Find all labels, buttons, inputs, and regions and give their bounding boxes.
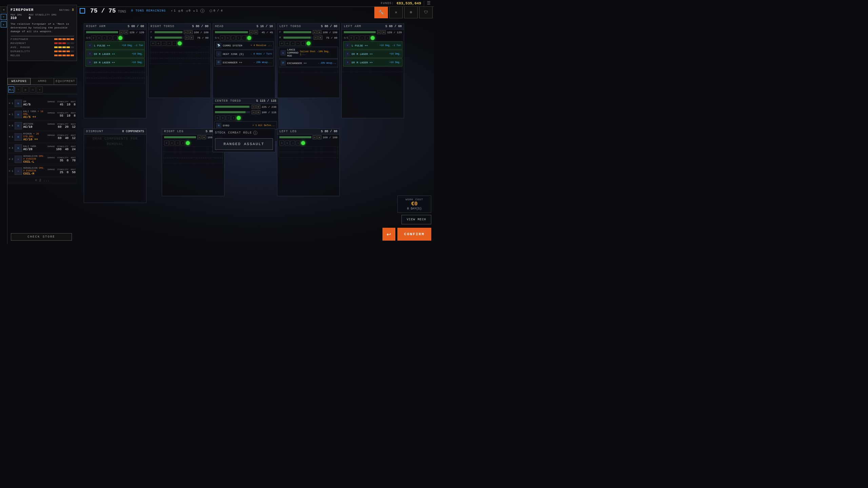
filter-missile[interactable]: ◁ [29, 86, 36, 93]
right-torso-indicator [178, 41, 182, 45]
la-hp-minus[interactable]: − [377, 30, 381, 34]
tool-shield-x-btn[interactable]: ⊗ [404, 6, 418, 18]
info-icon[interactable]: i [200, 9, 204, 13]
support-stat: ✦ 1 [193, 9, 198, 13]
nav-main-btn[interactable]: ✦ [1, 21, 7, 27]
la-hp-plus[interactable]: + [382, 30, 386, 34]
ll-indicator [301, 141, 305, 145]
filter-energy[interactable]: ⚡ [15, 86, 21, 93]
ll-hp-minus[interactable]: − [313, 135, 317, 139]
ct-rear-minus[interactable]: − [252, 110, 256, 114]
head-item-exchanger[interactable]: ⟳ EXCHANGER ++ - 20% Weap... [214, 58, 274, 66]
menu-icon[interactable]: ☰ [427, 1, 431, 6]
ct-front-row: − + 225 / 230 [213, 104, 278, 109]
right-arm-hp-minus[interactable]: − [119, 30, 123, 34]
weapon-icon-coilm: ✦ [15, 167, 22, 175]
weapon-item[interactable]: ≡ 1 ✦ HERAKLEION DMG. X EVASION COIL-M D… [7, 165, 77, 177]
tool-wrench-btn[interactable]: 🔧 [374, 6, 388, 18]
right-arm-item-1[interactable]: ⚡ L PULSE ++ +10 Dmg. -1 Ton [85, 41, 145, 49]
tool-shield-btn[interactable]: 🛡 [419, 6, 433, 18]
weapon-icon-ac5: ◎ [15, 100, 22, 107]
right-torso-rear-row: R − + 75 / 80 [149, 35, 211, 40]
la-hp-bar [344, 31, 376, 33]
right-arm-panel: RIGHT ARM S 60 / 60 − + 120 / 120 3/3 ⚙ … [84, 23, 146, 118]
right-arm-hp-controls: − + [119, 30, 128, 34]
right-arm-item3-icon: ⚡ [87, 60, 93, 65]
right-arm-hp-plus[interactable]: + [124, 30, 128, 34]
weapon-item[interactable]: ≡ 2 ✦ HERAKLEION DMG. X EVASION COIL-L D… [7, 154, 77, 165]
rt-front-plus[interactable]: + [189, 30, 193, 34]
salvage-stat: ⬡ 0 / 4 [210, 9, 222, 13]
drag-drop-area: DRAG COMPONENTS FOR REMOVAL [85, 136, 145, 147]
head-hp-bar [215, 31, 248, 33]
head-indicator [247, 36, 251, 40]
lt-front-plus[interactable]: + [317, 30, 321, 34]
rl-hp-bar [164, 136, 196, 138]
filter-support[interactable]: ✦ [37, 86, 43, 93]
lt-front-minus[interactable]: − [313, 30, 317, 34]
left-arm-panel: LEFT ARM S 60 / 60 − + 120 / 120 3/3 ⚙ ◎… [341, 23, 404, 118]
weapon-icon-ac10pp: ◎ [15, 133, 22, 141]
ranged-assault-btn[interactable]: RANGED ASSAULT [215, 138, 273, 150]
tab-equipment[interactable]: EQUIPMENT [54, 78, 77, 85]
rt-rear-minus[interactable]: − [185, 36, 189, 40]
ll-hp-plus[interactable]: + [317, 135, 321, 139]
toolbar-buttons: 🔧 ✕ ⊗ 🛡 [373, 5, 434, 20]
nav-info-btn[interactable]: ? [1, 14, 7, 20]
weapon-item[interactable]: ≡ 1 ◎ KALI YAMA + 10 DMG. AC/5 ++ DAMAGE… [7, 109, 77, 121]
right-arm-item-3[interactable]: ⚡ ER M LASER ++ +10 Dmg. [85, 58, 145, 66]
confirm-button[interactable]: CONFIRM [397, 228, 431, 241]
view-mech-button[interactable]: VIEW MECH [401, 215, 431, 224]
head-hp-plus[interactable]: + [254, 30, 258, 34]
ct-front-plus[interactable]: + [256, 105, 260, 109]
weapon-item[interactable]: ≡ 8 ◎ WESTERN AC/10 DAMAGE STABILITY HEA… [7, 121, 77, 131]
right-torso-rear-bar [155, 37, 183, 39]
max-stab-label: MAX STABILITY DMG [29, 13, 57, 16]
right-arm-hp-row: − + 120 / 120 [84, 29, 146, 35]
la-indicator [371, 36, 375, 40]
ct-front-minus[interactable]: − [252, 105, 256, 109]
weapon-item[interactable]: ≡ 1 ◎ GM AC/5 DAMAGE STABILITY HEAT 45 1… [7, 98, 77, 109]
weapon-item-more[interactable]: ≡ 2 ... [7, 177, 77, 184]
right-arm-item-2[interactable]: ⚡ ER M LASER ++ +10 Dmg. [85, 50, 145, 58]
dismount-count: 0 COMPONENTS [122, 130, 144, 133]
head-item-comms[interactable]: 📡 COMMS SYSTEM + 4 Resolve ... [214, 41, 274, 49]
head-item-heatsink[interactable]: ♨ HEAT SINK (D) - 6 Heat / Turn [214, 50, 274, 58]
left-nav: ◀ ? ✦ [0, 5, 7, 244]
tool-x-btn[interactable]: ✕ [389, 6, 403, 18]
lt-item-exchanger[interactable]: ⟳ EXCHANGER ++ - 20% Weap... [279, 59, 338, 67]
head-comms-icon: 📡 [216, 43, 221, 48]
lt-rear-plus[interactable]: + [318, 36, 322, 40]
la-item-1[interactable]: ⚡ L PULSE ++ +10 Dmg. -1 Ton [343, 41, 402, 49]
lt-icons: ⚙ ◎ ◁ ✦ ✧ [277, 40, 339, 46]
la-item2-icon: ⚡ [345, 51, 350, 57]
work-cost-panel: WORK COST €0 0 DAY(S) [397, 196, 431, 213]
rt-front-minus[interactable]: − [184, 30, 188, 34]
right-torso-rear-fill [155, 37, 182, 39]
undo-button[interactable]: ↩ [382, 228, 395, 241]
rt-rear-plus[interactable]: + [190, 36, 194, 40]
filter-ballistic[interactable]: ◎ [22, 86, 28, 93]
ct-rear-plus[interactable]: + [256, 110, 260, 114]
tab-row: WEAPONS AMMO EQUIPMENT [7, 78, 77, 85]
stock-role-info[interactable]: i [253, 131, 257, 135]
movement-bar [54, 42, 74, 44]
rl-hp-plus[interactable]: + [202, 135, 206, 139]
check-store-button[interactable]: CHECK STORE [11, 233, 72, 241]
left-torso-header: LEFT TORSO S 80 / 80 [277, 24, 339, 29]
lt-item-lance[interactable]: ★ LANCE COMMAND MOD Called Shot -10% Dmg… [279, 47, 338, 59]
lt-rear-minus[interactable]: − [314, 36, 318, 40]
tab-ammo[interactable]: AMMO [31, 78, 54, 85]
weapon-item[interactable]: ≡ 1 ◎ MYDRON + 20 STB.DMG. AC/10 ++ DAMA… [7, 131, 77, 143]
la-item-2[interactable]: ⚡ ER M LASER ++ +10 Dmg. [343, 50, 402, 58]
nav-back-btn[interactable]: ◀ [1, 6, 7, 13]
la-item-3[interactable]: ⚡ ER M LASER ++ +10 Dmg. [343, 58, 402, 66]
bottom-actions: WORK COST €0 0 DAY(S) VIEW MECH ↩ CONFIR… [382, 196, 431, 241]
tab-weapons[interactable]: WEAPONS [7, 78, 31, 85]
filter-all[interactable]: ALL [8, 86, 14, 93]
right-arm-slots: S 60 / 60 [127, 25, 144, 28]
rl-hp-minus[interactable]: − [197, 135, 201, 139]
head-hp-minus[interactable]: − [249, 30, 253, 34]
weapon-item[interactable]: ≡ 3 ◎ KALI YAMA AC/20 DAMAGE STABILITY H… [7, 143, 77, 154]
ct-header: CENTER TORSO S 115 / 115 [213, 98, 278, 104]
